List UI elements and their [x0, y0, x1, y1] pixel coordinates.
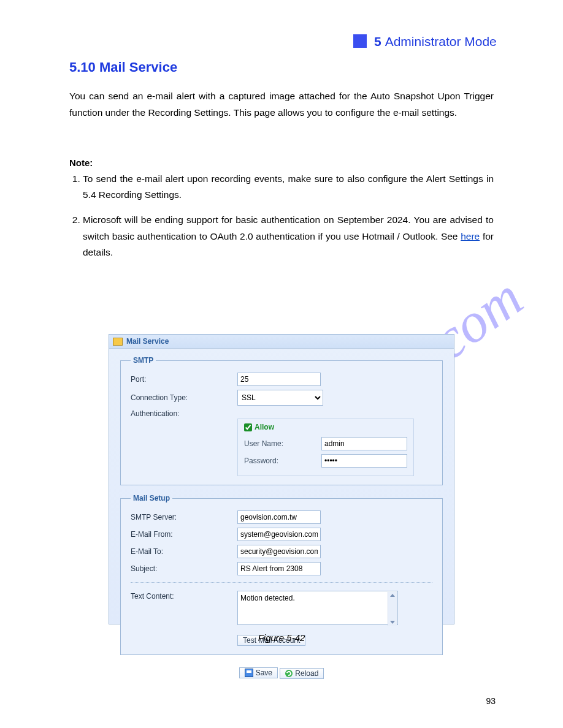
text-content-label: Text Content:	[131, 591, 237, 601]
port-input[interactable]	[237, 373, 321, 386]
intro-paragraph: You can send an e-mail alert with a capt…	[69, 88, 494, 121]
email-to-label: E-Mail To:	[131, 547, 237, 556]
conn-type-select[interactable]: SSL	[237, 390, 323, 406]
subject-input[interactable]	[237, 562, 321, 575]
notes-block: Note: To send the e-mail alert upon reco…	[69, 155, 494, 270]
smtp-server-input[interactable]	[237, 510, 321, 524]
smtp-server-label: SMTP Server:	[131, 513, 237, 521]
port-label: Port:	[131, 375, 237, 384]
mail-setup-group: Mail Setup SMTP Server: E-Mail From: E-M…	[120, 494, 443, 655]
page-number: 93	[486, 696, 496, 706]
disk-icon	[245, 669, 253, 677]
note-item-2: Microsoft will be ending support for bas…	[83, 212, 494, 261]
chapter-title: Administrator Mode	[385, 34, 497, 48]
username-label: User Name:	[244, 439, 321, 448]
note-2-text-a: Microsoft will be ending support for bas…	[83, 214, 494, 241]
panel-title: Mail Service	[126, 337, 169, 346]
reload-button-label: Reload	[295, 669, 318, 678]
textarea-scrollbar[interactable]	[388, 592, 397, 626]
auth-label: Authentication:	[131, 409, 237, 418]
note-2-link[interactable]: here	[461, 231, 480, 241]
subject-label: Subject:	[131, 564, 237, 573]
smtp-legend: SMTP	[131, 356, 156, 365]
email-from-label: E-Mail From:	[131, 530, 237, 539]
chapter-number: 5	[374, 34, 381, 48]
username-input[interactable]	[321, 437, 407, 450]
password-label: Password:	[244, 457, 321, 465]
divider	[131, 582, 432, 583]
chapter-heading: 5Administrator Mode	[374, 34, 497, 49]
conn-type-label: Connection Type:	[131, 393, 237, 402]
panel-header: Mail Service	[109, 335, 454, 349]
email-to-input[interactable]	[237, 545, 321, 558]
save-button-label: Save	[256, 669, 272, 677]
allow-checkbox[interactable]	[244, 423, 252, 431]
form-buttons: Save Reload	[120, 664, 443, 679]
note-item-1: To send the e-mail alert upon recording …	[83, 171, 494, 203]
chapter-square-icon	[353, 34, 367, 48]
password-input[interactable]	[321, 454, 407, 468]
save-button[interactable]: Save	[239, 667, 278, 678]
reload-button[interactable]: Reload	[280, 668, 324, 679]
auth-box: Allow User Name: Password:	[237, 419, 414, 476]
text-content-textarea[interactable]	[237, 591, 398, 625]
notes-label: Note:	[69, 155, 494, 171]
section-heading: 5.10 Mail Service	[69, 59, 177, 75]
mail-service-panel: Mail Service SMTP Port: Connection Type:…	[109, 334, 454, 624]
allow-label: Allow	[255, 423, 274, 431]
email-from-input[interactable]	[237, 528, 321, 541]
smtp-group: SMTP Port: Connection Type: SSL	[120, 356, 443, 485]
mail-setup-legend: Mail Setup	[131, 494, 172, 502]
reload-icon	[285, 670, 293, 677]
figure-caption: Figure 5-42	[0, 632, 563, 643]
mail-icon	[113, 338, 123, 346]
